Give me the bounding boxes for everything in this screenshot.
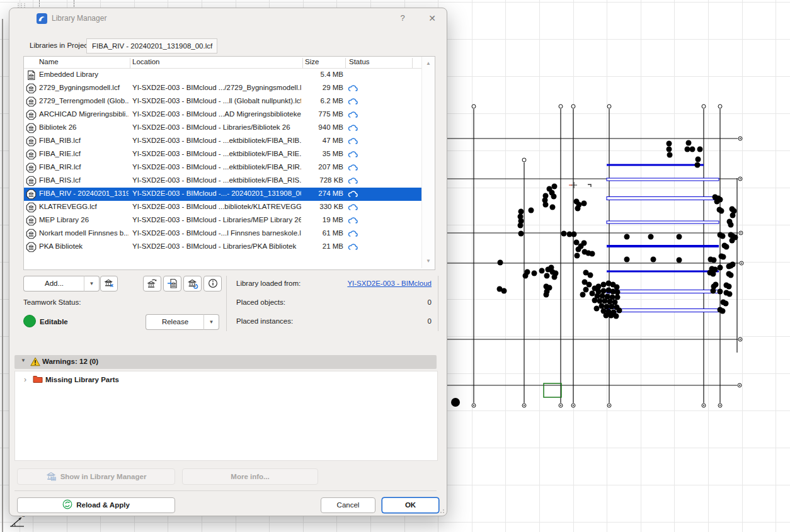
column-size[interactable]: Size	[305, 58, 319, 65]
show-in-library-manager-button[interactable]: Show in Library Manager	[17, 468, 175, 485]
library-location: YI-SXD2E-003 - BIMcloud ...bibliotek/KLA…	[132, 203, 301, 210]
library-container-icon	[26, 242, 37, 252]
placed-instances-value: 0	[428, 317, 432, 325]
more-info-button[interactable]: More info...	[182, 468, 318, 485]
chevron-right-icon[interactable]: ›	[24, 375, 26, 384]
reload-library-button[interactable]	[183, 276, 202, 291]
help-button[interactable]: ?	[394, 11, 411, 25]
warnings-header[interactable]: ▼ Warnings: 12 (0)	[14, 355, 437, 369]
resize-grip[interactable]	[438, 507, 444, 513]
library-location: YI-SXD2E-003 - BIMcloud -...l Finnsnes b…	[132, 229, 301, 237]
library-container-icon	[26, 189, 37, 200]
info-button[interactable]	[203, 276, 222, 291]
library-container-icon	[26, 162, 37, 173]
library-size: 940 MB	[302, 123, 343, 131]
loaded-from-label: Library loaded from:	[236, 280, 301, 287]
library-name: FIBA_RIV - 20240201_13190...	[39, 190, 129, 197]
scroll-up-icon[interactable]: ▲	[422, 58, 435, 69]
table-row[interactable]: FIBA_RIV - 20240201_13190...YI-SXD2E-003…	[24, 188, 421, 201]
grid-dashed-line	[39, 0, 40, 7]
library-name: FIBA_RIS.lcf	[39, 176, 129, 184]
embed-library-button[interactable]	[163, 276, 181, 291]
table-row[interactable]: Norkart modell Finnsnes b...YI-SXD2E-003…	[24, 227, 421, 241]
library-name: FIBA_RIR.lcf	[39, 163, 129, 171]
library-container-icon	[26, 149, 37, 160]
library-name: 2729_Terrengmodell (Glob...	[39, 97, 129, 105]
table-row[interactable]: FIBA_RIE.lcfYI-SXD2E-003 - BIMcloud - ..…	[24, 148, 421, 161]
library-name: Embedded Library	[39, 71, 129, 78]
grid-dashed-line	[74, 0, 75, 7]
ok-button[interactable]: OK	[382, 497, 439, 513]
library-location: YI-SXD2E-003 - BIMcloud ...AD Migrerings…	[132, 110, 301, 118]
tab-libraries-in-project[interactable]: Libraries in Project	[23, 38, 96, 54]
cloud-sync-icon	[348, 242, 359, 252]
cloud-sync-icon	[348, 97, 359, 107]
column-name[interactable]: Name	[39, 58, 59, 65]
tab-selected-library-file[interactable]: FIBA_RIV - 20240201_131908_00.lcf	[86, 38, 217, 54]
table-row[interactable]: 2729_Terrengmodell (Glob...YI-SXD2E-003 …	[24, 95, 421, 108]
release-button[interactable]: Release	[146, 314, 204, 330]
update-library-button[interactable]	[143, 276, 161, 291]
library-size: 21 MB	[302, 242, 343, 250]
table-scrollbar[interactable]: ▲ ▼	[421, 57, 435, 268]
library-container-icon	[26, 110, 37, 120]
table-row[interactable]: 2729_Bygningsmodell.lcfYI-SXD2E-003 - BI…	[24, 82, 421, 95]
library-location: YI-SXD2E-003 - BIMcloud -...- 20240201_1…	[132, 190, 301, 197]
scroll-down-icon[interactable]: ▼	[422, 256, 435, 267]
table-row[interactable]: FIBA_RIR.lcfYI-SXD2E-003 - BIMcloud - ..…	[24, 161, 421, 174]
column-status[interactable]: Status	[349, 58, 370, 65]
teamwork-status-value: Editable	[40, 318, 68, 325]
column-location[interactable]: Location	[132, 58, 159, 65]
library-container-icon	[26, 123, 37, 133]
library-location: YI-SXD2E-003 - BIMcloud .../2729_Bygning…	[132, 84, 301, 91]
close-icon[interactable]: ✕	[424, 11, 440, 25]
library-container-icon	[26, 202, 37, 213]
add-dropdown-arrow[interactable]: ▼	[84, 276, 100, 291]
library-size: 19 MB	[302, 216, 343, 224]
missing-library-parts-item[interactable]: Missing Library Parts	[45, 376, 119, 383]
library-table: Name Location Size Status Embedded Libra…	[23, 56, 435, 270]
add-library-button[interactable]: Add...	[23, 276, 84, 291]
cloud-sync-icon	[348, 176, 359, 186]
library-size: 728 KB	[302, 176, 343, 184]
release-dropdown-arrow[interactable]: ▼	[203, 314, 219, 330]
folder-icon	[33, 375, 43, 386]
library-name: Bibliotek 26	[39, 123, 129, 131]
library-name: 2729_Bygningsmodell.lcf	[39, 84, 129, 91]
table-row[interactable]: KLATREVEGG.lcfYI-SXD2E-003 - BIMcloud ..…	[24, 201, 421, 214]
cancel-button[interactable]: Cancel	[321, 497, 375, 513]
library-manager-dialog: Library Manager ? ✕ Libraries in Project…	[9, 8, 447, 516]
reload-and-apply-button[interactable]: Reload & Apply	[17, 497, 175, 513]
collapse-arrow-icon[interactable]: ▼	[21, 358, 26, 363]
remove-library-button[interactable]	[100, 276, 118, 291]
library-location: YI-SXD2E-003 - BIMcloud - ...ll (Globalt…	[132, 97, 301, 105]
table-row[interactable]: Embedded Library5.4 MB	[24, 69, 421, 82]
table-row[interactable]: PKA BibliotekYI-SXD2E-003 - BIMcloud - L…	[24, 241, 421, 254]
cloud-sync-icon	[348, 203, 359, 213]
table-row[interactable]: FIBA_RIB.lcfYI-SXD2E-003 - BIMcloud - ..…	[24, 135, 421, 148]
library-size: 5.4 MB	[302, 71, 343, 78]
show-in-lm-icon	[46, 473, 60, 480]
embedded-library-icon	[26, 70, 37, 81]
library-location: YI-SXD2E-003 - BIMcloud - Libraries/PKA …	[132, 242, 301, 250]
table-header[interactable]: Name Location Size Status	[24, 57, 435, 69]
warnings-panel: › Missing Library Parts	[14, 371, 438, 461]
table-row[interactable]: Bibliotek 26YI-SXD2E-003 - BIMcloud - Li…	[24, 122, 421, 135]
warnings-label: Warnings: 12 (0)	[42, 358, 98, 365]
dialog-titlebar[interactable]: Library Manager ? ✕	[9, 8, 447, 30]
no-status	[348, 71, 359, 81]
archicad-workspace: α Library Manager ? ✕ Libraries in Proje…	[0, 0, 790, 532]
library-location: YI-SXD2E-003 - BIMcloud - ...ektbibliote…	[132, 176, 301, 184]
table-row[interactable]: FIBA_RIS.lcfYI-SXD2E-003 - BIMcloud - ..…	[24, 174, 421, 188]
cloud-sync-icon	[348, 84, 359, 94]
reload-library-icon	[187, 283, 198, 290]
teamwork-status-label: Teamwork Status:	[23, 298, 81, 306]
library-name: Norkart modell Finnsnes b...	[39, 229, 129, 237]
library-size: 61 MB	[302, 229, 343, 237]
editable-status-icon	[23, 315, 36, 327]
table-row[interactable]: MEP Library 26YI-SXD2E-003 - BIMcloud - …	[24, 214, 421, 227]
loaded-from-link[interactable]: YI-SXD2E-003 - BIMcloud	[347, 280, 432, 287]
cloud-sync-icon	[348, 123, 359, 133]
placed-objects-label: Placed objects:	[236, 298, 285, 306]
table-row[interactable]: ARCHICAD Migreringsbibli...YI-SXD2E-003 …	[24, 108, 421, 122]
